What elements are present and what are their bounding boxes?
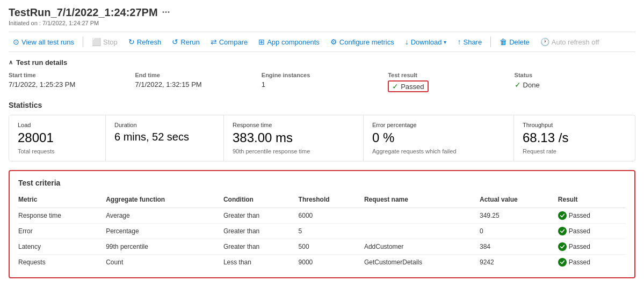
rerun-icon: ↺ — [172, 38, 178, 46]
download-button[interactable]: ↓ Download ▾ — [401, 35, 451, 48]
section-label: Test run details — [16, 58, 67, 66]
download-label: Download — [411, 38, 442, 46]
refresh-button[interactable]: ↻ Refresh — [124, 35, 166, 48]
stat-throughput-label: Throughput — [523, 122, 613, 128]
cell-result: Passed — [558, 208, 626, 223]
status-value: ✓ Done — [515, 80, 635, 89]
stat-response-time-value: 383.00 ms — [233, 130, 354, 146]
app-components-button[interactable]: ⊞ App components — [254, 35, 324, 48]
compare-icon: ⇄ — [211, 38, 217, 46]
cell-actual-value: 9242 — [480, 254, 558, 270]
stop-button[interactable]: ⬜ Stop — [88, 35, 122, 48]
passed-text: Passed — [401, 83, 424, 91]
col-result: Result — [558, 194, 626, 208]
view-all-button[interactable]: ⊙ View all test runs — [9, 35, 78, 48]
app-components-icon: ⊞ — [258, 38, 265, 46]
engine-instances-label: Engine instances — [262, 72, 382, 78]
refresh-label: Refresh — [137, 38, 162, 46]
table-row: Latency 99th percentile Greater than 500… — [18, 239, 626, 254]
cell-aggregate: Percentage — [106, 223, 223, 239]
download-icon: ↓ — [405, 38, 409, 46]
divider-2 — [490, 36, 491, 47]
cell-threshold: 9000 — [299, 254, 364, 270]
download-chevron-icon: ▾ — [444, 39, 446, 45]
initiated-info: Initiated on : 7/1/2022, 1:24:27 PM — [9, 20, 635, 26]
test-criteria-title: Test criteria — [18, 179, 626, 187]
col-actual-value: Actual value — [480, 194, 558, 208]
test-run-details-grid: Start time 7/1/2022, 1:25:23 PM End time… — [9, 72, 635, 92]
stat-load-sublabel: Total requests — [18, 148, 97, 154]
test-result-item: Test result ✓ Passed — [388, 72, 509, 92]
result-text: Passed — [569, 243, 590, 250]
end-time-item: End time 7/1/2022, 1:32:15 PM — [135, 72, 256, 92]
share-button[interactable]: ↑ Share — [453, 35, 486, 48]
divider-1 — [83, 36, 83, 47]
initiated-value: 7/1/2022, 1:24:27 PM — [42, 20, 99, 26]
share-label: Share — [463, 38, 482, 46]
criteria-table-header-row: Metric Aggregate function Condition Thre… — [18, 194, 626, 208]
stat-response-time-sublabel: 90th percentile response time — [233, 148, 354, 154]
stat-error-pct-label: Error percentage — [372, 122, 505, 128]
delete-label: Delete — [509, 38, 530, 46]
cell-actual-value: 384 — [480, 239, 558, 254]
status-text: Done — [523, 81, 540, 89]
delete-icon: 🗑 — [500, 38, 507, 46]
page-title-area: TestRun_7/1/2022_1:24:27PM ··· — [9, 6, 635, 19]
test-run-details-header[interactable]: ∧ Test run details — [9, 58, 635, 66]
rerun-button[interactable]: ↺ Rerun — [168, 35, 204, 48]
engine-instances-value: 1 — [262, 80, 382, 88]
more-options-button[interactable]: ··· — [162, 7, 170, 18]
status-item: Status ✓ Done — [515, 72, 635, 92]
cell-condition: Greater than — [223, 208, 299, 223]
col-request-name: Request name — [364, 194, 480, 208]
stat-response-time: Response time 383.00 ms 90th percentile … — [224, 115, 364, 161]
stat-load: Load 28001 Total requests — [9, 115, 106, 161]
stat-load-value: 28001 — [18, 130, 97, 146]
end-time-label: End time — [135, 72, 256, 78]
cell-metric: Requests — [18, 254, 106, 270]
main-page: TestRun_7/1/2022_1:24:27PM ··· Initiated… — [0, 0, 644, 285]
passed-badge: ✓ Passed — [388, 80, 428, 92]
delete-button[interactable]: 🗑 Delete — [495, 35, 534, 48]
statistics-title: Statistics — [9, 101, 635, 109]
cell-aggregate: Average — [106, 208, 223, 223]
start-time-item: Start time 7/1/2022, 1:25:23 PM — [9, 72, 129, 92]
compare-button[interactable]: ⇄ Compare — [206, 35, 252, 48]
col-threshold: Threshold — [299, 194, 364, 208]
stat-error-pct-sublabel: Aggregate requests which failed — [372, 148, 505, 154]
cell-result: Passed — [558, 239, 626, 254]
stat-duration-value: 6 mins, 52 secs — [114, 130, 215, 143]
cell-request-name — [364, 223, 480, 239]
passed-check-icon: ✓ — [392, 82, 399, 91]
cell-request-name: AddCustomer — [364, 239, 480, 254]
compare-label: Compare — [219, 38, 248, 46]
result-check-icon — [558, 258, 567, 267]
start-time-value: 7/1/2022, 1:25:23 PM — [9, 80, 129, 88]
result-text: Passed — [569, 212, 590, 219]
app-components-label: App components — [267, 38, 320, 46]
result-passed-0: Passed — [558, 211, 621, 220]
col-metric: Metric — [18, 194, 106, 208]
table-row: Error Percentage Greater than 5 0 Passed — [18, 223, 626, 239]
status-label: Status — [515, 72, 635, 78]
cell-actual-value: 349.25 — [480, 208, 558, 223]
result-check-icon — [558, 242, 567, 251]
cell-threshold: 500 — [299, 239, 364, 254]
cell-metric: Error — [18, 223, 106, 239]
result-text: Passed — [569, 227, 590, 235]
toolbar: ⊙ View all test runs ⬜ Stop ↻ Refresh ↺ … — [9, 32, 635, 52]
start-time-label: Start time — [9, 72, 129, 78]
auto-refresh-button[interactable]: 🕐 Auto refresh off — [536, 35, 604, 48]
cell-metric: Response time — [18, 208, 106, 223]
cell-threshold: 6000 — [299, 208, 364, 223]
configure-metrics-button[interactable]: ⚙ Configure metrics — [326, 35, 399, 48]
page-title: TestRun_7/1/2022_1:24:27PM — [9, 6, 158, 19]
result-text: Passed — [569, 258, 590, 266]
stat-duration-label: Duration — [114, 122, 215, 128]
stat-error-pct-value: 0 % — [372, 130, 505, 146]
stat-throughput-sublabel: Request rate — [523, 148, 613, 154]
engine-instances-item: Engine instances 1 — [262, 72, 382, 92]
cell-result: Passed — [558, 254, 626, 270]
stat-throughput: Throughput 68.13 /s Request rate — [514, 115, 621, 161]
initiated-label: Initiated on : — [9, 20, 41, 26]
